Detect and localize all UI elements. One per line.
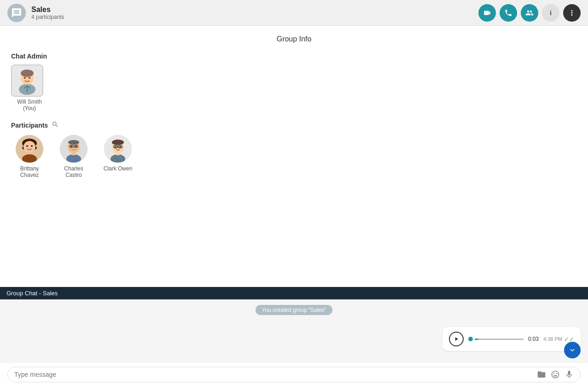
svg-point-10	[23, 141, 35, 153]
search-participants-icon[interactable]	[52, 121, 59, 129]
participants-section: Participants	[11, 121, 577, 178]
participants-button[interactable]	[521, 4, 538, 22]
participants-header: Participants	[11, 121, 577, 129]
brittany-avatar-image	[16, 135, 43, 163]
video-call-button[interactable]	[478, 4, 496, 22]
participants-list: Brittany Chavez	[11, 135, 577, 178]
group-info-panel: Group Info Chat Admin	[0, 26, 588, 287]
admin-section: Chat Admin	[11, 53, 577, 111]
mic-icon	[565, 370, 574, 379]
emoji-button[interactable]	[551, 370, 560, 379]
participant-item[interactable]: Charles Castro	[55, 135, 92, 178]
info-icon: i	[550, 9, 552, 17]
participants-label: Participants	[11, 122, 48, 129]
svg-point-5	[29, 77, 30, 79]
participant-name-clark: Clark Owen	[104, 165, 133, 172]
participant-name-charles: Charles Castro	[55, 165, 92, 178]
message-meta: 4:38 PM ✓✓	[543, 336, 574, 343]
admin-avatar[interactable]	[11, 64, 43, 97]
audio-duration: 0:03	[528, 336, 539, 342]
clark-avatar-image	[104, 135, 132, 163]
group-info-title: Group Info	[11, 35, 577, 43]
audio-progress-fill	[475, 339, 478, 340]
voice-message-wrap: 0:03 4:38 PM ✓✓	[0, 327, 588, 351]
admin-avatar-image	[12, 65, 42, 96]
search-icon	[52, 121, 59, 128]
message-input[interactable]	[14, 371, 532, 378]
system-message: You created group "Sales"	[0, 305, 588, 315]
emoji-icon	[551, 370, 560, 379]
system-message-bubble: You created group "Sales"	[256, 305, 333, 315]
attachment-button[interactable]	[537, 370, 546, 379]
participant-item[interactable]: Clark Owen	[99, 135, 136, 178]
audio-dot	[468, 337, 473, 341]
svg-point-11	[26, 145, 28, 147]
group-chat-bar-label: Group Chat - Sales	[6, 290, 58, 297]
more-options-button[interactable]	[563, 4, 581, 22]
participant-avatar-charles	[60, 135, 87, 163]
app-header: Sales 4 participants i	[0, 0, 588, 26]
voice-bubble: 0:03 4:38 PM ✓✓	[442, 327, 581, 351]
participant-avatar-clark	[104, 135, 132, 163]
participant-name-brittany: Brittany Chavez	[11, 165, 48, 178]
phone-call-button[interactable]	[500, 4, 517, 22]
main-area: Group Info Chat Admin	[0, 26, 588, 386]
audio-progress[interactable]	[475, 339, 524, 340]
charles-avatar-image	[60, 135, 87, 163]
group-name: Sales	[31, 6, 478, 14]
header-title-section: Sales 4 participants	[31, 6, 478, 20]
svg-point-18	[68, 140, 79, 145]
microphone-button[interactable]	[565, 370, 574, 379]
message-input-wrap	[7, 367, 581, 382]
participant-item[interactable]: Brittany Chavez	[11, 135, 48, 178]
group-icon	[525, 9, 534, 17]
phone-icon	[504, 9, 512, 17]
svg-point-3	[21, 70, 34, 77]
participants-count: 4 participants	[31, 14, 478, 20]
message-input-area	[0, 363, 588, 386]
play-button[interactable]	[449, 332, 464, 346]
svg-point-28	[112, 140, 124, 145]
svg-point-4	[24, 77, 26, 79]
play-icon	[453, 336, 460, 342]
admin-name: Will Smith (You)	[11, 99, 48, 111]
group-chat-bar: Group Chat - Sales	[0, 287, 588, 299]
header-actions: i	[478, 4, 581, 22]
chat-icon	[11, 7, 22, 18]
folder-icon	[537, 370, 546, 379]
message-time: 4:38 PM	[543, 336, 562, 342]
group-avatar	[7, 4, 26, 22]
video-icon	[483, 9, 491, 17]
scroll-down-button[interactable]	[564, 342, 581, 358]
info-button[interactable]: i	[542, 4, 559, 22]
chevron-down-icon	[568, 346, 576, 354]
chat-admin-label: Chat Admin	[11, 53, 577, 60]
more-vert-icon	[568, 9, 576, 17]
chat-area: You created group "Sales" 0:03 4:38 PM ✓…	[0, 299, 588, 386]
audio-progress-bar	[468, 337, 524, 341]
participant-avatar-brittany	[16, 135, 43, 163]
svg-point-12	[31, 145, 33, 147]
